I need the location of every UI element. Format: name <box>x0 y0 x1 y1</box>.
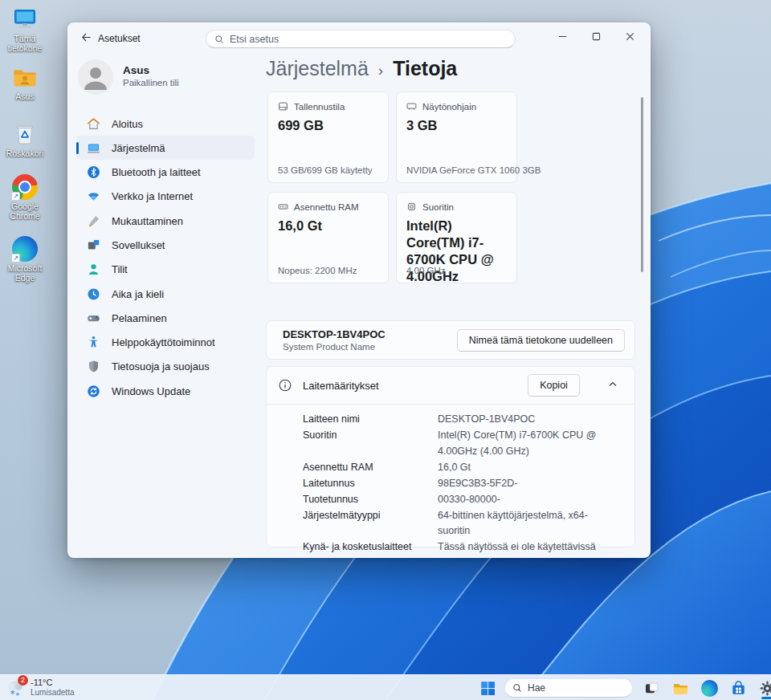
sidebar-item-label: Aloitus <box>112 118 143 130</box>
breadcrumb: Järjestelmä › Tietoja <box>266 57 457 80</box>
card-value: 16,0 Gt <box>278 218 378 234</box>
accessibility-icon <box>87 336 100 349</box>
device-subtitle: System Product Name <box>283 342 375 352</box>
avatar <box>78 59 113 95</box>
taskbar-app[interactable] <box>755 677 771 699</box>
spec-row: Asennettu RAM 16,0 Gt <box>303 460 617 476</box>
sidebar-nav: Aloitus Järjestelmä Bluetooth ja laittee… <box>76 112 255 404</box>
spec-value: 98E9C3B3-5F2D- <box>438 476 617 492</box>
store-icon <box>730 680 747 697</box>
spec-label: Suoritin <box>303 428 438 459</box>
back-button[interactable] <box>76 29 96 48</box>
spec-row: Kynä- ja kosketuslaitteet Tässä näytössä… <box>303 539 617 558</box>
settings-window: Asetukset Etsi asetus Asus Paikallinen t… <box>67 22 651 558</box>
close-icon <box>626 32 634 41</box>
sidebar-item[interactable]: Tietosuoja ja suojaus <box>76 355 255 379</box>
sidebar-item[interactable]: Helppokäyttötoiminnot <box>76 331 255 355</box>
desktop-icon[interactable]: ↗ Microsoft Edge <box>0 236 50 283</box>
sidebar-item-label: Bluetooth ja laitteet <box>112 166 201 178</box>
sidebar-item[interactable]: Sovellukset <box>76 233 255 257</box>
card-label: Tallennustila <box>294 102 345 112</box>
card-detail: Nopeus: 2200 MHz <box>278 266 381 275</box>
desktop-icon[interactable]: Asus <box>0 64 50 102</box>
time-icon <box>87 287 100 301</box>
desktop-icon-label: Microsoft Edge <box>0 264 50 283</box>
sidebar-item[interactable]: Aika ja kieli <box>76 282 255 306</box>
spec-card: Näytönohjain 3 GB NVIDIA GeForce GTX 106… <box>396 92 517 183</box>
spec-label: Laitteen nimi <box>303 412 438 428</box>
close-button[interactable] <box>613 25 647 48</box>
gaming-icon <box>87 311 100 325</box>
taskbar-app[interactable] <box>726 677 750 699</box>
sidebar-item[interactable]: Windows Update <box>76 379 255 403</box>
taskbar-app[interactable] <box>639 677 663 699</box>
sidebar-item-label: Pelaaminen <box>112 312 167 324</box>
sidebar-item[interactable]: Mukauttaminen <box>76 209 255 233</box>
home-icon <box>87 117 100 131</box>
settings-search-input[interactable]: Etsi asetus <box>206 30 516 48</box>
user-profile[interactable]: Asus Paikallinen tili <box>78 59 255 95</box>
sidebar-item-label: Aika ja kieli <box>112 288 164 300</box>
card-detail: 4.00 GHz <box>406 266 510 275</box>
this-pc-icon <box>12 6 38 32</box>
minimize-button[interactable] <box>545 25 579 48</box>
cpu-icon <box>406 201 417 212</box>
sidebar-item[interactable]: Aloitus <box>76 112 255 136</box>
spec-value: Intel(R) Core(TM) i7-6700K CPU @ 4.00GHz… <box>438 428 617 459</box>
search-icon <box>512 683 522 693</box>
rename-pc-button[interactable]: Nimeä tämä tietokone uudelleen <box>457 329 625 352</box>
card-detail: 53 GB/699 GB käytetty <box>278 165 381 175</box>
weather-widget[interactable]: ❄ ❄ 2 -11°C Lumisadetta <box>5 677 74 698</box>
breadcrumb-parent[interactable]: Järjestelmä <box>266 57 369 80</box>
privacy-icon <box>87 360 100 373</box>
bluetooth-icon <box>87 165 100 179</box>
user-name: Asus <box>123 64 149 76</box>
shortcut-arrow-icon: ↗ <box>11 254 20 262</box>
spec-value: 16,0 Gt <box>438 460 617 476</box>
taskbar-app[interactable] <box>668 677 692 699</box>
copy-button[interactable]: Kopioi <box>528 374 580 397</box>
sidebar-item[interactable]: Verkko ja Internet <box>76 185 255 209</box>
card-label: Suoritin <box>422 202 454 212</box>
taskbar-center: Hae <box>475 675 771 700</box>
card-value: 699 GB <box>278 117 378 134</box>
personalization-icon <box>87 214 100 228</box>
device-name: DESKTOP-1BV4POC <box>283 328 386 340</box>
collapse-button[interactable] <box>599 374 626 397</box>
accounts-icon <box>87 262 100 276</box>
sidebar-item-label: Järjestelmä <box>112 142 165 154</box>
taskbar: ❄ ❄ 2 -11°C Lumisadetta Hae <box>0 674 771 700</box>
info-icon <box>279 379 292 392</box>
desktop-icon-label: Asus <box>0 92 50 102</box>
sidebar-item-label: Mukauttaminen <box>112 215 183 227</box>
sidebar-item-label: Sovellukset <box>112 239 165 251</box>
start-button[interactable] <box>475 677 500 699</box>
desktop-icon[interactable]: Tämä tietokone <box>0 6 50 53</box>
desktop-icon-label: Roskakori <box>0 149 50 159</box>
taskbar-app[interactable] <box>697 677 721 699</box>
spec-row: Tuotetunnus 00330-80000- <box>303 492 617 508</box>
window-controls <box>545 25 647 48</box>
sidebar-item[interactable]: Bluetooth ja laitteet <box>76 161 255 185</box>
ram-icon <box>278 201 288 212</box>
sidebar-item[interactable]: Järjestelmä <box>76 136 255 160</box>
sidebar-item[interactable]: Pelaaminen <box>76 306 255 330</box>
selected-indicator <box>76 142 79 154</box>
network-icon <box>87 189 100 203</box>
maximize-button[interactable] <box>579 25 613 48</box>
taskbar-search-input[interactable]: Hae <box>504 678 633 698</box>
card-detail: NVIDIA GeForce GTX 1060 3GB <box>406 165 510 175</box>
scrollbar-thumb[interactable] <box>641 97 643 272</box>
spec-label: Laitetunnus <box>303 476 438 492</box>
sidebar-item-label: Windows Update <box>112 385 190 397</box>
sidebar-item[interactable]: Tilit <box>76 258 255 282</box>
desktop-icon[interactable]: ↗ Google Chrome <box>0 174 50 221</box>
desktop-icon[interactable]: Roskakori <box>0 121 50 159</box>
weather-condition: Lumisadetta <box>31 688 74 698</box>
spec-row: Laitteen nimi DESKTOP-1BV4POC <box>303 412 617 428</box>
screen: Tämä tietokone Asus Roskakori <box>0 0 771 700</box>
sidebar-item-label: Tietosuoja ja suojaus <box>112 360 210 372</box>
apps-icon <box>87 238 100 252</box>
specs-header[interactable]: Laitemääritykset Kopioi <box>267 367 634 404</box>
spec-row: Järjestelmätyyppi 64-bittinen käyttöjärj… <box>303 508 617 539</box>
